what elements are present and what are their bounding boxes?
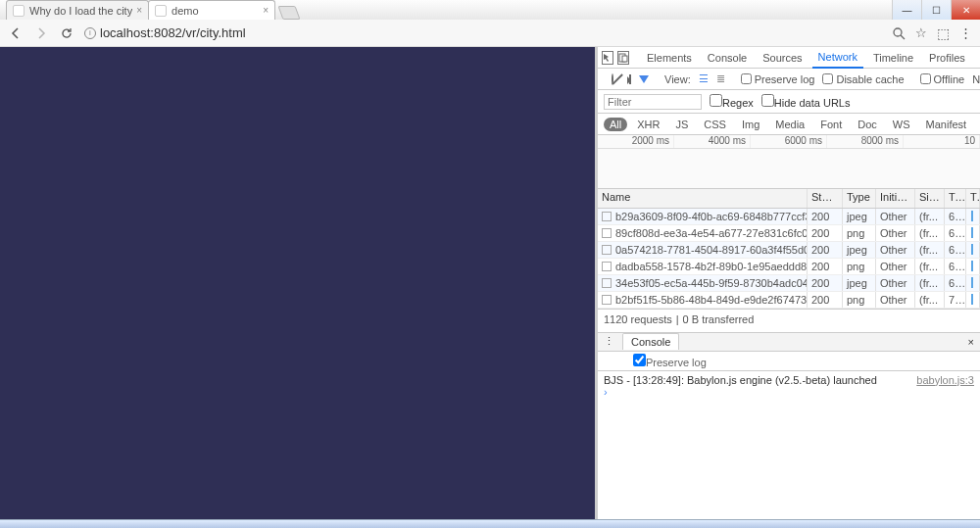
menu-icon[interactable]: ⋮ xyxy=(959,25,972,40)
file-icon xyxy=(602,212,612,221)
type-filter-other[interactable]: Other xyxy=(976,118,980,131)
console-preserve-checkbox[interactable]: Preserve log xyxy=(633,354,707,368)
screenshot-icon[interactable] xyxy=(629,74,631,84)
file-icon xyxy=(602,295,612,305)
back-button[interactable] xyxy=(8,25,24,41)
console-prompt[interactable]: › xyxy=(604,386,974,398)
console-drawer-tab[interactable]: Console xyxy=(622,333,679,350)
close-drawer-icon[interactable]: × xyxy=(968,336,974,348)
tab-sources[interactable]: Sources xyxy=(757,48,808,68)
browser-tab[interactable]: Why do I load the city × xyxy=(6,0,149,20)
inspect-icon[interactable] xyxy=(602,51,613,65)
table-header: Name Status Type Initiator Size Ti... Ti… xyxy=(598,189,980,209)
file-icon xyxy=(602,245,612,255)
timeline-tick: 10 xyxy=(904,135,980,148)
tab-title: Why do I load the city xyxy=(29,5,132,17)
timeline-tick: 4000 ms xyxy=(674,135,751,148)
disable-cache-checkbox[interactable]: Disable cache xyxy=(822,73,904,85)
type-filter-doc[interactable]: Doc xyxy=(852,118,883,131)
tab-title: demo xyxy=(172,5,259,17)
timeline-tick: 2000 ms xyxy=(598,135,674,148)
view-label: View: xyxy=(664,73,691,85)
taskbar[interactable] xyxy=(0,519,980,528)
window-minimize-button[interactable]: — xyxy=(892,0,921,20)
timeline-overview[interactable]: 2000 ms4000 ms6000 ms8000 ms10 xyxy=(598,135,980,189)
search-icon[interactable] xyxy=(892,26,906,40)
type-filter-media[interactable]: Media xyxy=(769,118,810,131)
site-info-icon[interactable]: i xyxy=(84,27,96,39)
type-filter-manifest[interactable]: Manifest xyxy=(920,118,973,131)
type-filter-js[interactable]: JS xyxy=(669,118,694,131)
filter-input[interactable] xyxy=(604,94,702,110)
tab-timeline[interactable]: Timeline xyxy=(867,48,919,68)
type-filter-font[interactable]: Font xyxy=(814,118,848,131)
network-row[interactable]: dadba558-1578-4b2f-89b0-1e95aeddd84f200p… xyxy=(598,259,980,275)
new-tab-button[interactable] xyxy=(277,6,300,20)
clear-button[interactable] xyxy=(612,73,613,85)
tab-network[interactable]: Network xyxy=(812,47,863,69)
bookmark-icon[interactable]: ☆ xyxy=(915,25,927,40)
type-filter-ws[interactable]: WS xyxy=(887,118,916,131)
window-maximize-button[interactable]: ☐ xyxy=(921,0,951,20)
file-icon xyxy=(602,278,612,288)
console-message: BJS - [13:28:49]: Babylon.js engine (v2.… xyxy=(604,374,974,386)
network-row[interactable]: b29a3609-8f09-4f0b-ac69-6848b777ccf3200j… xyxy=(598,209,980,225)
timeline-tick: 6000 ms xyxy=(751,135,827,148)
favicon-icon xyxy=(13,5,24,17)
preserve-log-checkbox[interactable]: Preserve log xyxy=(741,73,815,85)
type-filter-all[interactable]: All xyxy=(604,118,627,131)
tab-elements[interactable]: Elements xyxy=(641,48,698,68)
close-icon[interactable]: × xyxy=(136,5,142,16)
network-row[interactable]: b2bf51f5-5b86-48b4-849d-e9de2f67473c200p… xyxy=(598,292,980,309)
network-row[interactable]: 0a574218-7781-4504-8917-60a3f4f55d0b200j… xyxy=(598,242,980,259)
address-bar[interactable]: localhost:8082/vr/city.html xyxy=(100,25,246,40)
console-source-link[interactable]: babylon.js:3 xyxy=(916,374,974,386)
tab-profiles[interactable]: Profiles xyxy=(923,48,971,68)
forward-button[interactable] xyxy=(33,25,49,41)
extension-icon[interactable]: ⬚ xyxy=(937,25,950,41)
regex-checkbox[interactable]: Regex xyxy=(710,94,754,109)
window-close-button[interactable]: ✕ xyxy=(951,0,980,20)
reload-button[interactable] xyxy=(59,25,74,41)
devtools-panel: Elements Console Sources Network Timelin… xyxy=(598,47,980,519)
type-filter-img[interactable]: Img xyxy=(736,118,765,131)
close-icon[interactable]: × xyxy=(263,5,269,16)
timeline-tick: 8000 ms xyxy=(827,135,904,148)
svg-point-0 xyxy=(894,28,902,36)
page-viewport[interactable] xyxy=(0,47,598,519)
device-toggle-icon[interactable] xyxy=(617,51,629,65)
filter-icon[interactable] xyxy=(639,75,649,83)
svg-line-1 xyxy=(901,35,905,39)
network-row[interactable]: 34e53f05-ec5a-445b-9f59-8730b4adc047200j… xyxy=(598,275,980,292)
favicon-icon xyxy=(155,5,167,17)
tab-console[interactable]: Console xyxy=(702,48,753,68)
small-rows-icon[interactable]: ≣ xyxy=(716,72,725,85)
drawer-menu-icon[interactable]: ⋮ xyxy=(604,335,614,348)
type-filter-xhr[interactable]: XHR xyxy=(631,118,665,131)
svg-rect-3 xyxy=(622,56,627,62)
offline-checkbox[interactable]: Offline xyxy=(920,73,965,85)
file-icon xyxy=(602,262,612,271)
throttle-select[interactable]: No th xyxy=(972,73,980,85)
type-filter-css[interactable]: CSS xyxy=(698,118,732,131)
network-row[interactable]: 89cf808d-ee3a-4e54-a677-27e831c6fc0e200p… xyxy=(598,225,980,242)
large-rows-icon[interactable]: ☰ xyxy=(699,72,709,85)
hide-data-urls-checkbox[interactable]: Hide data URLs xyxy=(761,94,851,109)
browser-tab[interactable]: demo × xyxy=(148,0,275,20)
network-summary: 1120 requests | 0 B transferred xyxy=(598,309,980,328)
file-icon xyxy=(602,228,612,238)
